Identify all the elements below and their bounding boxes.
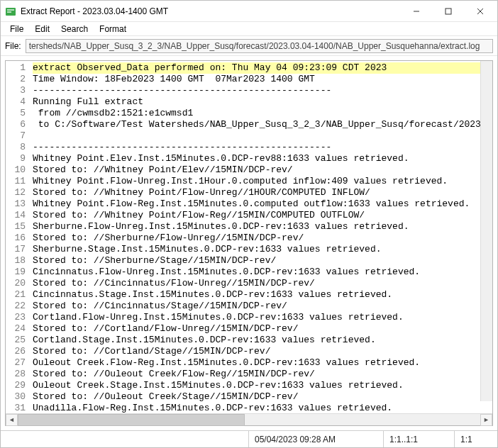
line-number: 28 <box>6 369 26 380</box>
code-line: Whitney Point.Flow-Reg.Inst.15Minutes.0.… <box>33 198 492 210</box>
statusbar: 05/04/2023 09:28 AM 1:1..1:1 1:1 <box>1 430 497 447</box>
code-line: Ouleout Creek.Stage.Inst.15Minutes.0.DCP… <box>33 380 492 391</box>
svg-rect-4 <box>446 9 451 14</box>
code-line: Stored to: //Whitney Point/Elev//15MIN/D… <box>33 164 492 176</box>
code-line: Stored to: //Sherburne/Stage//15MIN/DCP-… <box>33 255 492 267</box>
file-path-text: tersheds/NAB_Upper_Susq_3_2_3/NAB_Upper_… <box>29 41 480 51</box>
file-label: File: <box>5 41 21 51</box>
line-number: 30 <box>6 391 26 403</box>
line-number: 16 <box>6 233 26 244</box>
line-number: 13 <box>6 198 26 210</box>
scroll-thumb[interactable] <box>18 414 245 426</box>
line-number: 19 <box>6 267 26 278</box>
code-line: to C:/Software/Test Watersheds/NAB_Upper… <box>33 119 492 130</box>
status-cell-empty <box>1 431 249 447</box>
line-number: 4 <box>6 96 26 108</box>
line-number-gutter: 1234567891011121314151617181920212223242… <box>6 61 30 413</box>
code-line: Cortland.Flow-Unreg.Inst.15Minutes.0.DCP… <box>33 312 492 323</box>
menu-file[interactable]: File <box>5 23 28 35</box>
status-cell-cursor: 1:1 <box>455 431 497 447</box>
line-number: 20 <box>6 278 26 289</box>
line-number: 15 <box>6 221 26 233</box>
editor: 1234567891011121314151617181920212223242… <box>5 60 493 426</box>
code-line: Cincinnatus.Stage.Inst.15Minutes.0.DCP-r… <box>33 289 492 301</box>
app-window: Extract Report - 2023.03.04-1400 GMT Fil… <box>0 0 498 448</box>
line-number: 23 <box>6 312 26 323</box>
line-number: 6 <box>6 119 26 130</box>
file-path-row: File: tersheds/NAB_Upper_Susq_3_2_3/NAB_… <box>1 36 497 56</box>
line-number: 26 <box>6 346 26 357</box>
code-line: ----------------------------------------… <box>33 85 492 96</box>
code-line <box>33 130 492 142</box>
editor-body[interactable]: 1234567891011121314151617181920212223242… <box>6 61 492 413</box>
code-line: from //cwmsdb2:1521:e1cwmsd1 <box>33 108 492 119</box>
code-line: Stored to: //Whitney Point/Flow-Reg//15M… <box>33 210 492 221</box>
code-line: extract Observed_Data performed on: Thu … <box>33 62 492 74</box>
code-line: Running Full extract <box>33 96 492 108</box>
code-line: Stored to: //Ouleout Creek/Stage//15MIN/… <box>33 391 492 403</box>
line-number: 5 <box>6 108 26 119</box>
line-number: 3 <box>6 85 26 96</box>
close-icon <box>477 8 484 15</box>
line-number: 9 <box>6 153 26 164</box>
minimize-button[interactable] <box>400 1 432 21</box>
menubar: File Edit Search Format <box>1 22 497 36</box>
line-number: 7 <box>6 130 26 142</box>
line-number: 18 <box>6 255 26 267</box>
menu-format[interactable]: Format <box>94 23 131 35</box>
line-number: 24 <box>6 323 26 335</box>
scroll-right-button[interactable]: ► <box>480 414 492 426</box>
code-line: Ouleout Creek.Flow-Reg.Inst.15Minutes.0.… <box>33 357 492 369</box>
minimize-icon <box>413 8 420 15</box>
chevron-right-icon: ► <box>483 416 489 423</box>
line-number: 12 <box>6 187 26 198</box>
code-line: ----------------------------------------… <box>33 142 492 153</box>
svg-rect-1 <box>7 9 14 11</box>
line-number: 14 <box>6 210 26 221</box>
code-line: Stored to: //Cortland/Flow-Unreg//15MIN/… <box>33 323 492 335</box>
status-cell-datetime: 05/04/2023 09:28 AM <box>249 431 384 447</box>
window-title: Extract Report - 2023.03.04-1400 GMT <box>21 6 400 16</box>
code-line: Stored to: //Cincinnatus/Stage//15MIN/DC… <box>33 301 492 312</box>
line-number: 11 <box>6 176 26 187</box>
line-number: 1 <box>6 62 26 74</box>
file-path-field[interactable]: tersheds/NAB_Upper_Susq_3_2_3/NAB_Upper_… <box>26 39 493 53</box>
code-line: Stored to: //Whitney Point/Flow-Unreg//1… <box>33 187 492 198</box>
code-line: Stored to: //Cincinnatus/Flow-Unreg//15M… <box>33 278 492 289</box>
scroll-track[interactable] <box>18 414 480 426</box>
menu-search[interactable]: Search <box>56 23 93 35</box>
scroll-left-button[interactable]: ◄ <box>6 414 18 426</box>
svg-rect-2 <box>7 11 11 13</box>
code-line: Cortland.Stage.Inst.15Minutes.0.DCP-rev:… <box>33 335 492 346</box>
menu-edit[interactable]: Edit <box>30 23 55 35</box>
code-line: Stored to: //Sherburne/Flow-Unreg//15MIN… <box>33 233 492 244</box>
code-line: Whitney Point.Elev.Inst.15Minutes.0.DCP-… <box>33 153 492 164</box>
line-number: 22 <box>6 301 26 312</box>
code-line: Stored to: //Cortland/Stage//15MIN/DCP-r… <box>33 346 492 357</box>
line-number: 10 <box>6 164 26 176</box>
horizontal-scrollbar[interactable]: ◄ ► <box>6 413 492 425</box>
code-line: Sherburne.Stage.Inst.15Minutes.0.DCP-rev… <box>33 244 492 255</box>
app-icon <box>5 6 16 17</box>
code-line: Whitney Point.Flow-Unreg.Inst.1Hour.0.co… <box>33 176 492 187</box>
maximize-button[interactable] <box>432 1 464 21</box>
line-number: 2 <box>6 74 26 85</box>
code-line: Time Window: 18Feb2023 1400 GMT 07Mar202… <box>33 74 492 85</box>
code-line: Unadilla.Flow-Reg.Inst.15Minutes.0.DCP-r… <box>33 403 492 413</box>
titlebar: Extract Report - 2023.03.04-1400 GMT <box>1 1 497 22</box>
code-content[interactable]: extract Observed_Data performed on: Thu … <box>30 61 492 413</box>
vertical-scrollbar[interactable] <box>480 61 492 401</box>
line-number: 29 <box>6 380 26 391</box>
line-number: 31 <box>6 403 26 413</box>
code-line: Stored to: //Ouleout Creek/Flow-Reg//15M… <box>33 369 492 380</box>
line-number: 27 <box>6 357 26 369</box>
line-number: 25 <box>6 335 26 346</box>
maximize-icon <box>445 8 452 15</box>
code-line: Cincinnatus.Flow-Unreg.Inst.15Minutes.0.… <box>33 267 492 278</box>
chevron-left-icon: ◄ <box>9 416 15 423</box>
line-number: 17 <box>6 244 26 255</box>
line-number: 8 <box>6 142 26 153</box>
close-button[interactable] <box>464 1 496 21</box>
line-number: 21 <box>6 289 26 301</box>
code-line: Sherburne.Flow-Unreg.Inst.15Minutes.0.DC… <box>33 221 492 233</box>
